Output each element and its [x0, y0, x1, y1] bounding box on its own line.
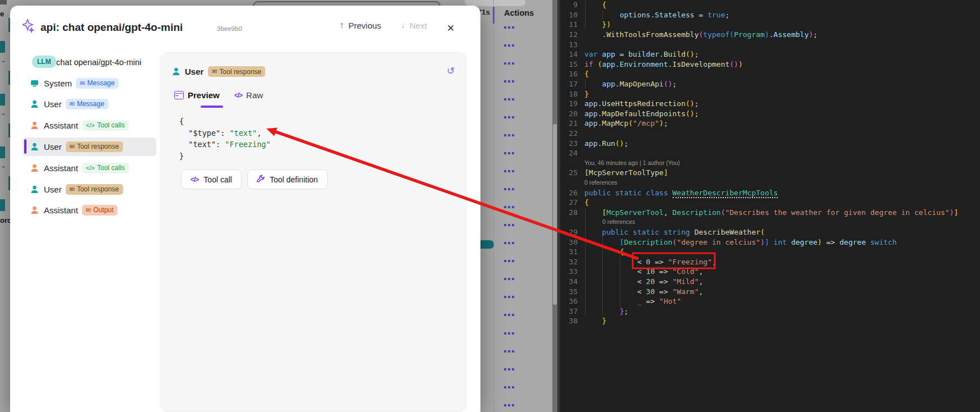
row-actions-ellipsis-icon[interactable]	[504, 242, 514, 244]
role-label: User	[44, 185, 62, 194]
column-divider-accent	[493, 7, 494, 24]
code-line-13: 13	[560, 40, 980, 50]
code-line-11: 11 })	[560, 20, 980, 30]
selected-indicator	[24, 139, 26, 154]
user-icon	[172, 67, 180, 76]
row-actions-ellipsis-icon[interactable]	[504, 26, 514, 29]
actions-column-header: Actions	[504, 8, 534, 17]
user-orange-icon	[30, 206, 39, 214]
chevron-down-icon: ⌄	[1, 56, 6, 64]
row-actions-ellipsis-icon[interactable]	[504, 350, 514, 353]
tab-raw[interactable]: </> Raw	[234, 90, 263, 100]
line-number: 32	[560, 257, 578, 267]
panel-header: User ✉ Tool response	[172, 66, 265, 77]
sidebar-item-user[interactable]: User✉Message	[22, 95, 156, 113]
next-button[interactable]: ↓ Next	[401, 20, 427, 30]
previous-button[interactable]: ↑ Previous	[339, 20, 381, 30]
tree-icon-fragment	[0, 94, 5, 106]
close-icon[interactable]: ✕	[447, 22, 455, 34]
replay-icon[interactable]: ↺	[447, 65, 455, 77]
row-actions-ellipsis-icon[interactable]	[504, 80, 514, 83]
row-actions-ellipsis-icon[interactable]	[504, 386, 514, 388]
span-hash: 3bee9b0	[217, 25, 242, 32]
code-line-15: 15if (app.Environment.IsDevelopment())	[560, 59, 980, 70]
panel-buttons: </> Tool call Tool definition	[181, 170, 328, 189]
code-line-22: 22	[560, 129, 980, 139]
code-editor[interactable]: 9 {10 options.Stateless = true;11 })12 .…	[560, 0, 980, 412]
wrench-icon	[257, 175, 265, 184]
line-number: 27	[560, 198, 578, 208]
sidebar-item-user[interactable]: User✉Tool response	[22, 138, 156, 156]
code-line-37: 37 };	[560, 306, 980, 317]
row-actions-ellipsis-icon[interactable]	[504, 278, 514, 280]
line-number: 34	[560, 277, 578, 287]
row-actions-ellipsis-icon[interactable]	[504, 206, 514, 208]
row-actions-ellipsis-icon[interactable]	[504, 134, 514, 136]
line-number: 38	[560, 316, 578, 326]
role-label: User	[44, 142, 62, 152]
row-actions-ellipsis-icon[interactable]	[504, 332, 514, 335]
line-number: 36	[560, 296, 578, 306]
line-number: 19	[560, 99, 578, 109]
row-actions-ellipsis-icon[interactable]	[504, 368, 514, 370]
row-actions-ellipsis-icon[interactable]	[504, 314, 514, 316]
tab-preview[interactable]: Preview	[174, 90, 220, 100]
code-line-31: 31 {	[560, 247, 980, 257]
code-line-17: 17 app.MapOpenApi();	[560, 79, 980, 89]
sidebar-item-assistant[interactable]: Assistant</>Tool calls	[22, 159, 156, 177]
line-number: 33	[560, 267, 578, 277]
line-number: 12	[560, 30, 578, 40]
codelens-row[interactable]: 0 references	[560, 217, 980, 227]
row-actions-ellipsis-icon[interactable]	[504, 404, 514, 406]
line-number: 21	[560, 118, 578, 129]
codelens-row[interactable]: 0 references	[560, 178, 980, 188]
sidebar-item-assistant[interactable]: Assistant</>Tool calls	[22, 116, 156, 135]
code-line-27: 27{	[560, 198, 980, 208]
llm-model-label: chat openai/gpt-4o-mini	[56, 58, 142, 67]
codelens-row[interactable]: You, 46 minutes ago | 1 author (You)	[560, 158, 980, 168]
sidebar-item-system[interactable]: System✉Message	[22, 74, 156, 93]
tree-icon-fragment	[0, 41, 5, 53]
code-icon: </>	[86, 122, 95, 129]
row-actions-ellipsis-icon[interactable]	[504, 296, 514, 298]
code-icon: </>	[234, 91, 242, 99]
panel-role-label: User	[185, 67, 203, 76]
user-orange-icon	[30, 121, 39, 130]
line-number: 26	[560, 188, 578, 198]
row-actions-ellipsis-icon[interactable]	[504, 170, 514, 172]
previous-label: Previous	[348, 21, 381, 30]
envelope-icon: ✉	[86, 207, 91, 214]
page-scrollbar-thumb[interactable]	[553, 124, 557, 305]
row-actions-ellipsis-icon[interactable]	[504, 188, 514, 190]
row-actions-ellipsis-icon[interactable]	[504, 44, 514, 47]
code-line-12: 12 .WithToolsFromAssembly(typeof(Program…	[560, 30, 980, 40]
chevron-down-icon: ⌄	[1, 162, 6, 170]
row-actions-ellipsis-icon[interactable]	[504, 116, 514, 118]
row-actions-ellipsis-icon[interactable]	[504, 152, 514, 154]
line-number: 11	[560, 20, 578, 30]
next-label: Next	[410, 21, 427, 30]
code-line-26: 26public static class WeatherDescriberMc…	[560, 188, 980, 198]
line-number: 14	[560, 49, 578, 59]
code-line-21: 21app.MapMcp("/mcp");	[560, 118, 980, 129]
row-actions-ellipsis-icon[interactable]	[504, 260, 514, 262]
code-icon: </>	[190, 176, 198, 184]
sidebar-item-assistant[interactable]: Assistant✉Output	[22, 201, 156, 219]
row-actions-ellipsis-icon[interactable]	[504, 224, 514, 226]
row-actions-ellipsis-icon[interactable]	[504, 62, 514, 65]
tree-icon-fragment	[0, 199, 5, 211]
tool-definition-button[interactable]: Tool definition	[247, 170, 328, 189]
indent-guide	[602, 10, 603, 20]
user-teal-icon	[30, 185, 39, 194]
row-actions-ellipsis-icon[interactable]	[504, 98, 514, 100]
tool-call-button[interactable]: </> Tool call	[181, 170, 242, 189]
toolcalls-badge: </>Tool calls	[82, 120, 129, 131]
toolcalls-badge: </>Tool calls	[82, 163, 129, 173]
preview-grid-icon	[174, 91, 184, 99]
indent-guide	[585, 208, 586, 316]
line-number: 18	[560, 89, 578, 99]
sidebar-item-user[interactable]: User✉Tool response	[22, 180, 156, 199]
code-line-36: 36 _ => "Hot"	[560, 296, 980, 306]
user-orange-icon	[30, 164, 39, 172]
output-badge: ✉Output	[82, 205, 117, 216]
